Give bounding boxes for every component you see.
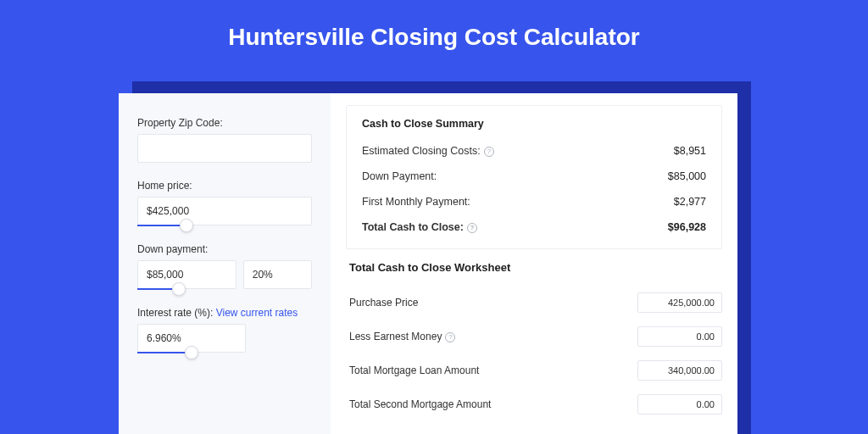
worksheet-row-input[interactable] bbox=[637, 394, 722, 415]
inputs-panel: Property Zip Code: Home price: Down paym… bbox=[119, 93, 331, 434]
zip-field-group: Property Zip Code: bbox=[137, 117, 312, 163]
slider-fill bbox=[137, 352, 192, 353]
worksheet-row-input[interactable] bbox=[637, 292, 722, 313]
down-payment-label: Down payment: bbox=[137, 243, 312, 255]
worksheet-row-label: Total Mortgage Loan Amount bbox=[349, 364, 479, 376]
help-icon[interactable]: ? bbox=[484, 147, 494, 157]
view-rates-link[interactable]: View current rates bbox=[216, 307, 298, 319]
down-payment-field-group: Down payment: bbox=[137, 243, 312, 290]
help-icon[interactable]: ? bbox=[445, 332, 455, 342]
worksheet-title: Total Cash to Close Worksheet bbox=[349, 261, 722, 274]
slider-knob[interactable] bbox=[185, 346, 198, 359]
worksheet-row-label: Less Earnest Money? bbox=[349, 331, 455, 342]
results-panel: Cash to Close Summary Estimated Closing … bbox=[331, 93, 737, 434]
down-payment-pct-input[interactable] bbox=[243, 260, 312, 289]
worksheet-row: Purchase Price bbox=[346, 287, 722, 321]
down-payment-input[interactable] bbox=[137, 260, 236, 289]
summary-row-value: $8,951 bbox=[674, 145, 706, 157]
summary-row: First Monthly Payment:$2,977 bbox=[362, 191, 706, 216]
home-price-slider[interactable] bbox=[137, 225, 312, 226]
rate-field-group: Interest rate (%): View current rates bbox=[137, 307, 312, 353]
down-payment-slider[interactable] bbox=[137, 288, 246, 290]
worksheet-row: Total Second Mortgage Amount bbox=[346, 389, 722, 423]
worksheet-row-label: Purchase Price bbox=[349, 297, 418, 309]
summary-row-value: $2,977 bbox=[674, 196, 706, 208]
worksheet-row-input[interactable] bbox=[637, 326, 722, 347]
summary-row-label: Total Cash to Close:? bbox=[362, 221, 477, 233]
summary-row: Down Payment:$85,000 bbox=[362, 165, 706, 191]
summary-title: Cash to Close Summary bbox=[362, 118, 706, 130]
home-price-input[interactable] bbox=[137, 197, 312, 225]
worksheet-row: Total Mortgage Loan Amount bbox=[346, 355, 722, 389]
summary-row-label: Down Payment: bbox=[362, 170, 437, 182]
summary-box: Cash to Close Summary Estimated Closing … bbox=[346, 105, 722, 249]
worksheet-row-input[interactable] bbox=[637, 360, 722, 381]
page-title: Huntersville Closing Cost Calculator bbox=[0, 0, 868, 70]
home-price-label: Home price: bbox=[137, 180, 312, 192]
summary-row-label: First Monthly Payment: bbox=[362, 196, 470, 208]
rate-label-row: Interest rate (%): View current rates bbox=[137, 307, 312, 319]
calculator-card: Property Zip Code: Home price: Down paym… bbox=[119, 93, 737, 434]
summary-row-value: $85,000 bbox=[668, 170, 706, 182]
rate-slider[interactable] bbox=[137, 352, 246, 353]
summary-row-label: Estimated Closing Costs:? bbox=[362, 145, 494, 157]
summary-row: Total Cash to Close:?$96,928 bbox=[362, 216, 706, 242]
worksheet-row-label: Total Second Mortgage Amount bbox=[349, 398, 491, 410]
summary-row-value: $96,928 bbox=[668, 221, 706, 233]
worksheet-row: Less Earnest Money? bbox=[346, 321, 722, 355]
help-icon[interactable]: ? bbox=[467, 223, 477, 233]
home-price-field-group: Home price: bbox=[137, 180, 312, 226]
zip-input[interactable] bbox=[137, 134, 312, 163]
rate-label: Interest rate (%): bbox=[137, 307, 213, 319]
zip-label: Property Zip Code: bbox=[137, 117, 312, 129]
summary-row: Estimated Closing Costs:?$8,951 bbox=[362, 140, 706, 165]
slider-knob[interactable] bbox=[180, 219, 193, 232]
slider-knob[interactable] bbox=[172, 282, 186, 296]
